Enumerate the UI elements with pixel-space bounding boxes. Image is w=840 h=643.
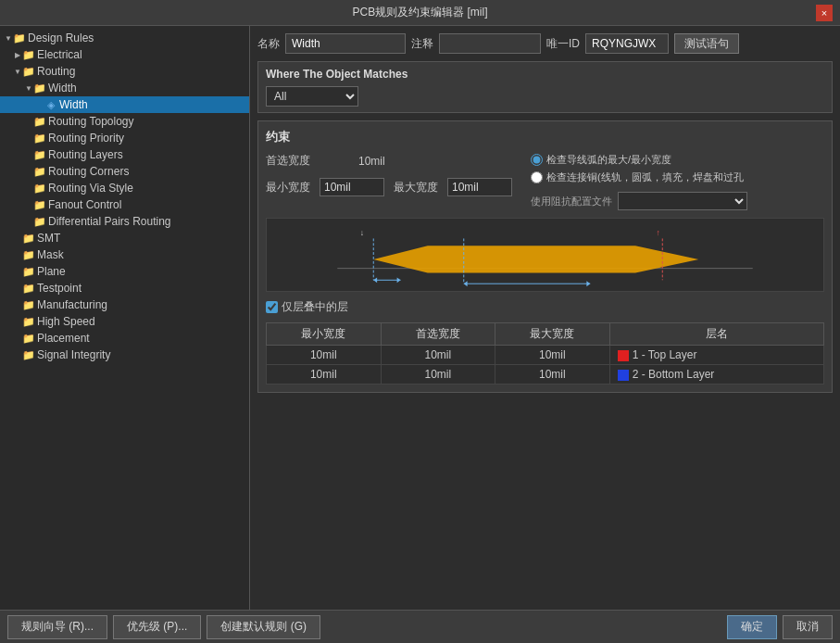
tree-label-electrical: Electrical bbox=[37, 48, 82, 61]
bottom-bar: 规则向导 (R)... 优先级 (P)... 创建默认规则 (G) 确定 取消 bbox=[0, 610, 840, 643]
cell-min-0: 10mil bbox=[267, 346, 382, 365]
expand-arrow-diff-pairs bbox=[24, 217, 33, 226]
where-select[interactable]: All Net Net Class Layer Net And Layer bbox=[266, 86, 358, 107]
left-panel: ▼📁Design Rules▶📁Electrical▼📁Routing▼📁Wid… bbox=[0, 26, 250, 610]
tree-label-signal-integrity: Signal Integrity bbox=[37, 348, 110, 361]
test-button[interactable]: 测试语句 bbox=[674, 33, 739, 54]
confirm-button[interactable]: 确定 bbox=[727, 615, 777, 639]
tree-icon-width: 📁 bbox=[33, 82, 46, 95]
tree-item-routing-priority[interactable]: 📁Routing Priority bbox=[0, 130, 249, 146]
tree-icon-routing-corners: 📁 bbox=[33, 165, 46, 178]
radio-row-2: 检查连接铜(线轨，圆弧，填充，焊盘和过孔 bbox=[531, 170, 824, 184]
main-container: ▼📁Design Rules▶📁Electrical▼📁Routing▼📁Wid… bbox=[0, 26, 840, 610]
rule-wizard-button[interactable]: 规则向导 (R)... bbox=[7, 615, 107, 639]
tree-item-electrical[interactable]: ▶📁Electrical bbox=[0, 46, 249, 63]
col-max: 最大宽度 bbox=[495, 323, 610, 346]
tree-item-testpoint[interactable]: 📁Testpoint bbox=[0, 280, 249, 296]
tree-item-manufacturing[interactable]: 📁Manufacturing bbox=[0, 296, 249, 313]
tree-label-routing-corners: Routing Corners bbox=[48, 165, 129, 178]
col-pref: 首选宽度 bbox=[381, 323, 495, 346]
expand-arrow-width-rule bbox=[35, 100, 44, 109]
tree-item-width[interactable]: ▼📁Width bbox=[0, 80, 249, 96]
max-width-input[interactable] bbox=[447, 178, 512, 196]
cancel-button[interactable]: 取消 bbox=[783, 615, 833, 639]
radio-row-1: 检查导线弧的最大/最小宽度 bbox=[531, 153, 824, 167]
constraint-title: 约束 bbox=[266, 129, 824, 145]
tree-item-routing[interactable]: ▼📁Routing bbox=[0, 63, 249, 80]
tree-item-diff-pairs[interactable]: 📁Differential Pairs Routing bbox=[0, 213, 249, 230]
cell-max-0: 10mil bbox=[495, 346, 610, 365]
expand-arrow-plane bbox=[13, 267, 22, 276]
impedance-select[interactable] bbox=[618, 192, 747, 210]
radio-check-copper[interactable] bbox=[531, 171, 543, 183]
expand-arrow-high-speed bbox=[13, 317, 22, 326]
expand-arrow-signal-integrity bbox=[13, 350, 22, 359]
comment-input[interactable] bbox=[439, 33, 541, 54]
tree-label-manufacturing: Manufacturing bbox=[37, 298, 107, 311]
tree-item-mask[interactable]: 📁Mask bbox=[0, 246, 249, 263]
tree-icon-width-rule: ◈ bbox=[44, 98, 57, 111]
tree-icon-fanout-control: 📁 bbox=[33, 198, 46, 211]
constraint-section: 约束 首选宽度 10mil 最小宽度 最大宽度 bbox=[257, 120, 833, 393]
bottom-left-buttons: 规则向导 (R)... 优先级 (P)... 创建默认规则 (G) bbox=[7, 615, 320, 639]
tree-label-placement: Placement bbox=[37, 332, 90, 345]
uid-input[interactable] bbox=[585, 33, 669, 54]
diagram-svg: ↓ ↑ bbox=[267, 219, 823, 291]
svg-text:↓: ↓ bbox=[360, 228, 364, 237]
radio-check-arc[interactable] bbox=[531, 154, 543, 166]
tree-label-fanout-control: Fanout Control bbox=[48, 198, 121, 211]
expand-arrow-routing-layers bbox=[24, 150, 33, 159]
tree-item-routing-layers[interactable]: 📁Routing Layers bbox=[0, 146, 249, 163]
max-width-label: 最大宽度 bbox=[394, 180, 438, 195]
tree-item-high-speed[interactable]: 📁High Speed bbox=[0, 313, 249, 330]
close-button[interactable]: × bbox=[816, 5, 833, 21]
cell-min-1: 10mil bbox=[267, 365, 382, 385]
create-default-button[interactable]: 创建默认规则 (G) bbox=[207, 615, 320, 639]
tree-icon-testpoint: 📁 bbox=[22, 282, 35, 295]
tree-label-routing-layers: Routing Layers bbox=[48, 148, 123, 161]
table-row-0: 10mil10mil10mil1 - Top Layer bbox=[267, 346, 824, 365]
window-title: PCB规则及约束编辑器 [mil] bbox=[24, 5, 816, 20]
tree-item-plane[interactable]: 📁Plane bbox=[0, 263, 249, 280]
radio-options: 检查导线弧的最大/最小宽度 检查连接铜(线轨，圆弧，填充，焊盘和过孔 使用阻抗配… bbox=[531, 153, 824, 210]
svg-marker-5 bbox=[397, 277, 401, 283]
bottom-right-buttons: 确定 取消 bbox=[727, 615, 833, 639]
min-width-input[interactable] bbox=[320, 178, 384, 196]
tree-item-signal-integrity[interactable]: 📁Signal Integrity bbox=[0, 347, 249, 363]
svg-marker-1 bbox=[373, 246, 698, 272]
tree-label-plane: Plane bbox=[37, 265, 66, 278]
cell-pref-1: 10mil bbox=[381, 365, 495, 385]
tree-icon-high-speed: 📁 bbox=[22, 315, 35, 328]
tree-item-fanout-control[interactable]: 📁Fanout Control bbox=[0, 196, 249, 213]
name-row: 名称 注释 唯一ID 测试语句 bbox=[257, 33, 833, 54]
tree-icon-routing-via-style: 📁 bbox=[33, 182, 46, 195]
tree-label-diff-pairs: Differential Pairs Routing bbox=[48, 215, 171, 228]
tree-icon-plane: 📁 bbox=[22, 265, 35, 278]
tree-label-high-speed: High Speed bbox=[37, 315, 95, 328]
tree-icon-electrical: 📁 bbox=[22, 48, 35, 61]
name-input[interactable] bbox=[285, 33, 406, 54]
tree-icon-placement: 📁 bbox=[22, 332, 35, 345]
title-bar: PCB规则及约束编辑器 [mil] × bbox=[0, 0, 840, 26]
tree-label-width: Width bbox=[48, 82, 77, 95]
tree-item-placement[interactable]: 📁Placement bbox=[0, 330, 249, 347]
pref-width-label: 首选宽度 bbox=[266, 153, 321, 169]
tree-item-smt[interactable]: 📁SMT bbox=[0, 230, 249, 246]
tree-item-width-rule[interactable]: ◈Width bbox=[0, 96, 249, 113]
tree-label-routing-priority: Routing Priority bbox=[48, 132, 124, 145]
tree-label-design-rules: Design Rules bbox=[28, 32, 94, 44]
tree-item-routing-via-style[interactable]: 📁Routing Via Style bbox=[0, 180, 249, 196]
expand-arrow-fanout-control bbox=[24, 200, 33, 209]
pref-width-value: 10mil bbox=[358, 155, 385, 168]
tree-item-routing-corners[interactable]: 📁Routing Corners bbox=[0, 163, 249, 180]
uid-label: 唯一ID bbox=[546, 36, 580, 52]
only-layers-label: 仅层叠中的层 bbox=[282, 299, 348, 315]
only-layers-checkbox[interactable] bbox=[266, 301, 278, 313]
expand-arrow-routing-priority bbox=[24, 133, 33, 143]
constraint-top: 首选宽度 10mil 最小宽度 最大宽度 检查导线弧的最大/ bbox=[266, 153, 824, 210]
tree-item-design-rules[interactable]: ▼📁Design Rules bbox=[0, 30, 249, 46]
expand-arrow-smt bbox=[13, 233, 22, 243]
svg-marker-9 bbox=[464, 281, 468, 286]
tree-item-routing-topology[interactable]: 📁Routing Topology bbox=[0, 113, 249, 130]
priority-button[interactable]: 优先级 (P)... bbox=[113, 615, 201, 639]
